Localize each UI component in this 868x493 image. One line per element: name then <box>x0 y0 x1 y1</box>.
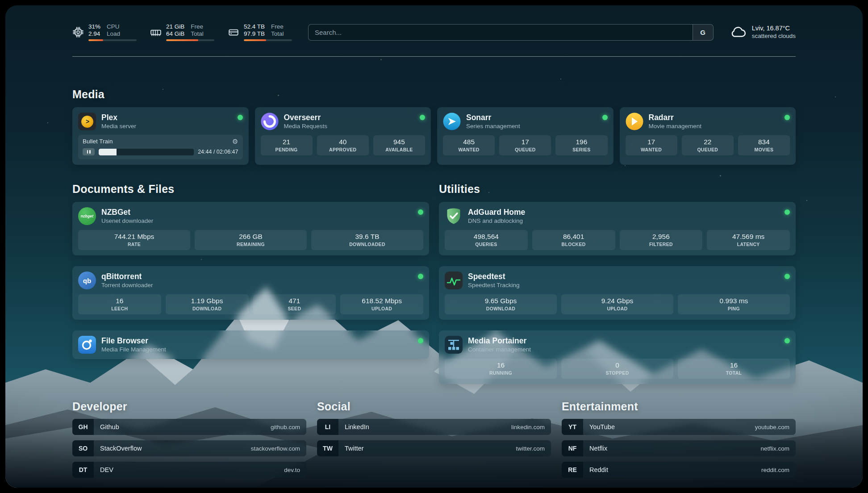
service-card-qbittorrent[interactable]: qb qBittorrent Torrent downloader 16 LEE… <box>72 266 429 320</box>
service-card-sonarr[interactable]: Sonarr Series management 485 WANTED 17 Q… <box>437 107 613 165</box>
stat-value: 47.569 ms <box>732 233 764 241</box>
status-dot <box>418 209 423 215</box>
service-stats: 9.65 Gbps DOWNLOAD 9.24 Gbps UPLOAD 0.99… <box>445 294 790 314</box>
stat-series: 196 SERIES <box>555 135 607 155</box>
middle-columns: Documents & Files nzbget NZBGet Usenet d… <box>72 183 796 384</box>
service-subtitle: Media File Management <box>101 346 166 353</box>
bookmark-dev[interactable]: DT DEV dev.to <box>72 462 306 478</box>
stat-latency: 47.569 ms LATENCY <box>707 230 790 250</box>
stat-approved: 40 APPROVED <box>317 135 369 155</box>
stat-total: 16 TOTAL <box>678 359 790 379</box>
documents-cards: nzbget NZBGet Usenet downloader 744.21 M… <box>72 202 429 359</box>
service-header: AdGuard Home DNS and adblocking <box>445 207 790 225</box>
pause-button[interactable] <box>83 148 95 155</box>
stat-remaining: 266 GB REMAINING <box>195 230 307 250</box>
service-subtitle: Series management <box>466 123 520 130</box>
now-playing-widget: Bullet Train ⚙ 24:44 / 02:06:47 <box>78 135 243 159</box>
weather-widget: Lviv, 16.87°C scattered clouds <box>730 24 796 41</box>
service-header: Radarr Movie management <box>626 113 790 130</box>
bookmark-group-social: Social LI LinkedIn linkedin.com TW Twitt… <box>317 400 551 478</box>
stat-upload: 9.24 Gbps UPLOAD <box>561 294 673 314</box>
memory-label-top: Free <box>191 23 204 30</box>
bookmark-netflix[interactable]: NF Netflix netflix.com <box>562 440 796 456</box>
service-stats: 21 PENDING 40 APPROVED 945 AVAILABLE <box>261 135 426 155</box>
stat-value: 0 <box>615 361 619 369</box>
cpu-icon <box>72 26 84 38</box>
service-card-radarr[interactable]: Radarr Movie management 17 WANTED 22 QUE… <box>620 107 796 165</box>
snow-flakes-large <box>5 5 7 7</box>
stat-label: LATENCY <box>737 242 760 247</box>
bookmark-url: github.com <box>271 424 300 430</box>
disk-total-value: 97.9 TB <box>244 30 265 38</box>
disk-meter <box>244 39 292 41</box>
bookmark-name: Twitter <box>345 445 364 452</box>
bookmark-twitter[interactable]: TW Twitter twitter.com <box>317 440 551 456</box>
snow-flakes <box>5 5 6 6</box>
service-subtitle: Media server <box>101 123 136 130</box>
stat-label: UPLOAD <box>607 306 627 311</box>
stat-value: 17 <box>522 138 529 146</box>
status-dot <box>785 338 790 343</box>
stat-value: 21 <box>283 138 290 146</box>
stat-label: RUNNING <box>489 370 512 376</box>
memory-widget: 21 GiB 64 GiB Free Total <box>150 23 214 41</box>
playback-time: 24:44 / 02:06:47 <box>198 149 238 155</box>
service-card-overseerr[interactable]: Overseerr Media Requests 21 PENDING 40 A… <box>255 107 431 165</box>
service-stats: 17 WANTED 22 QUEUED 834 MOVIES <box>626 135 790 155</box>
status-dot <box>785 115 790 120</box>
plex-icon: > <box>78 113 96 130</box>
service-subtitle: Usenet downloader <box>101 217 153 225</box>
service-header: Media Portainer Container management <box>445 336 790 354</box>
stat-wanted: 485 WANTED <box>443 135 495 155</box>
stat-label: DOWNLOADED <box>349 242 385 247</box>
bookmark-reddit[interactable]: RE Reddit reddit.com <box>562 462 796 478</box>
memory-free-value: 21 GiB <box>166 23 184 30</box>
stat-label: WANTED <box>458 147 479 152</box>
service-stats: 16 RUNNING 0 STOPPED 16 TOTAL <box>445 359 790 379</box>
stat-value: 16 <box>116 297 123 305</box>
stat-label: BLOCKED <box>562 242 586 247</box>
service-header: qb qBittorrent Torrent downloader <box>78 272 423 289</box>
service-card-plex[interactable]: > Plex Media server Bullet Train ⚙ 24:44… <box>72 107 249 165</box>
service-header: nzbget NZBGet Usenet downloader <box>78 207 423 225</box>
stat-label: DOWNLOAD <box>192 306 221 311</box>
service-name: AdGuard Home <box>468 208 525 217</box>
stat-queries: 498,564 QUERIES <box>445 230 528 250</box>
bookmark-linkedin[interactable]: LI LinkedIn linkedin.com <box>317 419 551 435</box>
header: 31% 2.94 CPU Load <box>72 23 796 41</box>
bookmark-name: Reddit <box>589 466 608 473</box>
stat-label: QUEUED <box>515 147 536 152</box>
bookmark-stackoverflow[interactable]: SO StackOverflow stackoverflow.com <box>72 440 306 456</box>
service-card-media-portainer[interactable]: Media Portainer Container management 16 … <box>439 330 796 384</box>
memory-label-bottom: Total <box>191 30 204 38</box>
bookmark-github[interactable]: GH Github github.com <box>72 419 306 435</box>
section-title-documents: Documents & Files <box>72 183 429 196</box>
section-title-social: Social <box>317 400 551 413</box>
stat-value: 1.19 Gbps <box>191 297 223 305</box>
stat-value: 40 <box>339 138 346 146</box>
cpu-load-value: 2.94 <box>88 30 100 38</box>
service-name: Overseerr <box>284 113 328 122</box>
service-name: qBittorrent <box>101 272 153 281</box>
service-stats: 16 LEECH 1.19 Gbps DOWNLOAD 471 SEED 618… <box>78 294 423 314</box>
stat-value: 16 <box>497 361 505 369</box>
service-card-adguard-home[interactable]: AdGuard Home DNS and adblocking 498,564 … <box>439 202 796 255</box>
status-dot <box>785 274 790 279</box>
stat-pending: 21 PENDING <box>261 135 313 155</box>
service-card-speedtest[interactable]: Speedtest Speedtest Tracking 9.65 Gbps D… <box>439 266 796 320</box>
search-provider-button[interactable]: G <box>693 25 713 40</box>
service-subtitle: Movie management <box>649 123 702 130</box>
search-input[interactable] <box>309 25 693 40</box>
stat-value: 485 <box>463 138 475 146</box>
gear-icon[interactable]: ⚙ <box>232 138 238 145</box>
stat-value: 2,956 <box>652 233 670 241</box>
media-cards: > Plex Media server Bullet Train ⚙ 24:44… <box>72 107 796 165</box>
disk-widget: 52.4 TB 97.9 TB Free Total <box>228 23 292 41</box>
playback-progress-bar[interactable] <box>99 149 194 155</box>
service-card-file-browser[interactable]: File Browser Media File Management <box>72 330 429 359</box>
service-card-nzbget[interactable]: nzbget NZBGet Usenet downloader 744.21 M… <box>72 202 429 255</box>
speedtest-icon <box>445 272 463 289</box>
bookmark-youtube[interactable]: YT YouTube youtube.com <box>562 419 796 435</box>
status-dot <box>238 115 243 120</box>
status-dot <box>418 338 423 343</box>
